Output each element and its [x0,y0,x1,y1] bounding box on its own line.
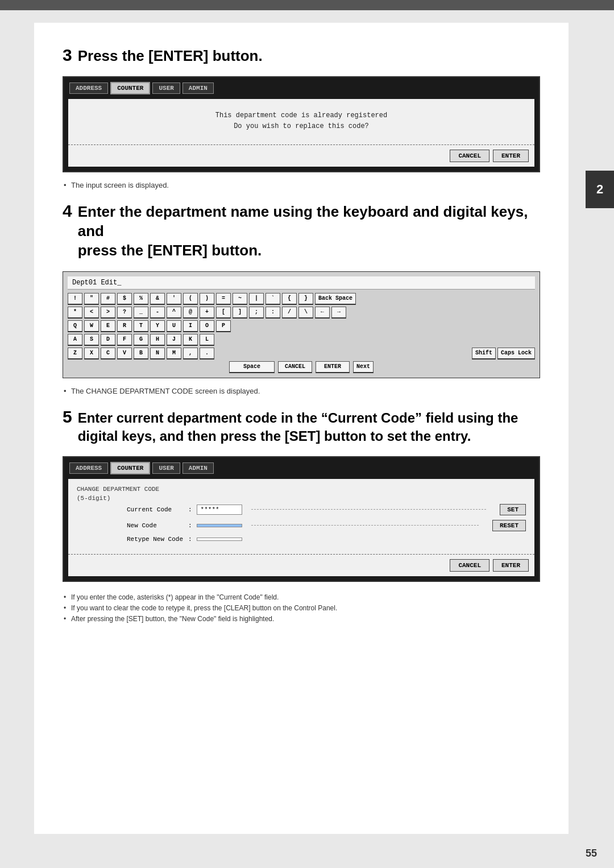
key-colon[interactable]: : [265,307,280,319]
current-code-input[interactable]: ***** [197,505,242,515]
key-y[interactable]: Y [150,320,165,332]
keyboard-row2: * < > ? _ - ^ @ + [ ] ; : / \ ← → [68,307,535,319]
key-n[interactable]: N [150,348,165,359]
step3-screen: ADDRESS COUNTER USER ADMIN This departme… [63,76,540,172]
key-star[interactable]: * [68,307,82,319]
key-capslock[interactable]: Caps Lock [497,348,535,359]
key-dot[interactable]: . [200,348,214,359]
key-i[interactable]: I [183,320,198,332]
key-j[interactable]: J [167,334,181,346]
key-z[interactable]: Z [68,348,82,359]
key-s[interactable]: S [84,334,99,346]
keyboard-row4: A S D F G H J K L [68,334,535,346]
key-lbrace[interactable]: { [282,293,297,305]
key-backtick[interactable]: ` [265,293,280,305]
key-minus[interactable]: - [150,307,165,319]
key-d[interactable]: D [101,334,115,346]
key-quote[interactable]: " [84,293,99,305]
tab-user[interactable]: USER [152,82,180,94]
key-right-arrow[interactable]: → [331,307,346,319]
key-rparen[interactable]: ) [200,293,214,305]
key-x[interactable]: X [84,348,99,359]
key-v[interactable]: V [117,348,132,359]
key-rbrace[interactable]: } [298,293,313,305]
key-p[interactable]: P [216,320,231,332]
reset-button[interactable]: RESET [492,520,526,531]
key-f[interactable]: F [117,334,132,346]
key-rbracket[interactable]: ] [233,307,247,319]
key-plus[interactable]: + [200,307,214,319]
key-pipe[interactable]: | [249,293,264,305]
key-semicolon[interactable]: ; [249,307,264,319]
retype-colon: : [188,536,192,543]
key-dollar[interactable]: $ [117,293,132,305]
current-code-colon: : [188,506,192,513]
key-backspace[interactable]: Back Space [315,293,356,305]
step3-cancel-button[interactable]: CANCEL [450,150,489,162]
step5-enter-button[interactable]: ENTER [493,559,529,572]
key-o[interactable]: O [200,320,214,332]
step5-title-line2: digital keys, and then press the [SET] b… [78,427,518,445]
key-at[interactable]: @ [183,307,198,319]
tab-counter[interactable]: COUNTER [110,82,150,94]
key-backslash[interactable]: \ [298,307,313,319]
key-equals[interactable]: = [216,293,231,305]
key-question[interactable]: ? [117,307,132,319]
key-l[interactable]: L [200,334,214,346]
step5-title-block: Enter current department code in the “Cu… [78,409,518,444]
key-t[interactable]: T [134,320,148,332]
key-q[interactable]: Q [68,320,82,332]
tab-address[interactable]: ADDRESS [69,82,108,94]
key-h[interactable]: H [150,334,165,346]
key-space[interactable]: Space [229,361,275,373]
tab-admin[interactable]: ADMIN [182,82,214,94]
key-m[interactable]: M [167,348,181,359]
current-code-label: Current Code [127,506,184,513]
key-g[interactable]: G [134,334,148,346]
set-button[interactable]: SET [500,504,526,515]
key-caret[interactable]: ^ [167,307,181,319]
key-c[interactable]: C [101,348,115,359]
step5-tab-address[interactable]: ADDRESS [69,462,108,474]
step3-footer: CANCEL ENTER [68,144,534,167]
step5-tab-counter[interactable]: COUNTER [110,462,150,474]
key-lbracket[interactable]: [ [216,307,231,319]
key-apos[interactable]: ' [167,293,181,305]
key-gt[interactable]: > [101,307,115,319]
step4-bullet: The CHANGE DEPARTMENT CODE screen is dis… [63,387,540,395]
new-code-input[interactable] [197,524,242,527]
key-lparen[interactable]: ( [183,293,198,305]
key-cancel-kb[interactable]: CANCEL [278,361,312,373]
key-w[interactable]: W [84,320,99,332]
step5-cancel-button[interactable]: CANCEL [450,559,489,572]
step3-enter-button[interactable]: ENTER [493,150,529,162]
key-lt[interactable]: < [84,307,99,319]
key-percent[interactable]: % [134,293,148,305]
key-hash[interactable]: # [101,293,115,305]
change-dept-digit: (5-digit) [77,495,526,502]
keyboard-box: Dept01 Edit_ ! " # $ % & ' ( ) = ~ | ` {… [63,271,540,378]
key-next[interactable]: Next [353,361,374,373]
key-left-arrow[interactable]: ← [315,307,330,319]
key-u[interactable]: U [167,320,181,332]
key-r[interactable]: R [117,320,132,332]
step5-tab-admin[interactable]: ADMIN [182,462,214,474]
key-excl[interactable]: ! [68,293,82,305]
key-amp[interactable]: & [150,293,165,305]
step5-tab-user[interactable]: USER [152,462,180,474]
key-underscore[interactable]: _ [134,307,148,319]
step4-title-line2: press the [ENTER] button. [78,241,540,261]
key-b[interactable]: B [134,348,148,359]
key-enter-kb[interactable]: ENTER [316,361,350,373]
key-shift[interactable]: Shift [472,348,496,359]
keyboard-bottom-row: Space CANCEL ENTER Next [68,361,535,373]
key-a[interactable]: A [68,334,82,346]
step3-screen-content: This department code is already register… [68,99,534,144]
key-comma[interactable]: , [183,348,198,359]
key-e[interactable]: E [101,320,115,332]
key-tilde[interactable]: ~ [233,293,247,305]
retype-input[interactable] [197,538,242,541]
key-k[interactable]: K [183,334,198,346]
step3-bullet: The input screen is displayed. [63,181,540,189]
key-slash[interactable]: / [282,307,297,319]
